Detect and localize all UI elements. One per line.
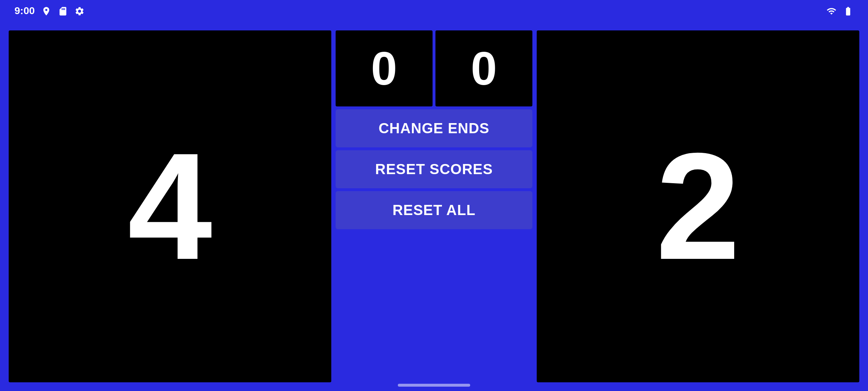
reset-scores-button[interactable]: RESET SCORES [336, 150, 532, 188]
status-bar: 9:00 [0, 0, 868, 22]
top-scores-row: 0 0 [336, 30, 532, 106]
right-score-panel[interactable]: 2 [537, 30, 859, 382]
status-time: 9:00 [14, 5, 35, 17]
left-score-panel[interactable]: 4 [9, 30, 331, 382]
left-score: 4 [128, 130, 212, 282]
status-right [826, 5, 854, 16]
main-content: 4 0 0 CHANGE ENDS RESET SCORES RESET ALL… [0, 22, 868, 391]
home-indicator [398, 384, 470, 387]
change-ends-button[interactable]: CHANGE ENDS [336, 109, 532, 147]
battery-icon [843, 5, 854, 16]
right-score: 2 [656, 130, 740, 282]
reset-all-button[interactable]: RESET ALL [336, 191, 532, 229]
top-right-score: 0 [471, 45, 497, 92]
signal-icon [826, 5, 837, 16]
status-left: 9:00 [14, 5, 85, 17]
center-panel: 0 0 CHANGE ENDS RESET SCORES RESET ALL [333, 29, 535, 384]
top-left-score: 0 [371, 45, 397, 92]
sd-card-icon [58, 5, 68, 16]
gps-icon [41, 5, 51, 16]
top-right-score-box[interactable]: 0 [435, 30, 532, 106]
top-left-score-box[interactable]: 0 [336, 30, 433, 106]
settings-icon [75, 5, 85, 16]
